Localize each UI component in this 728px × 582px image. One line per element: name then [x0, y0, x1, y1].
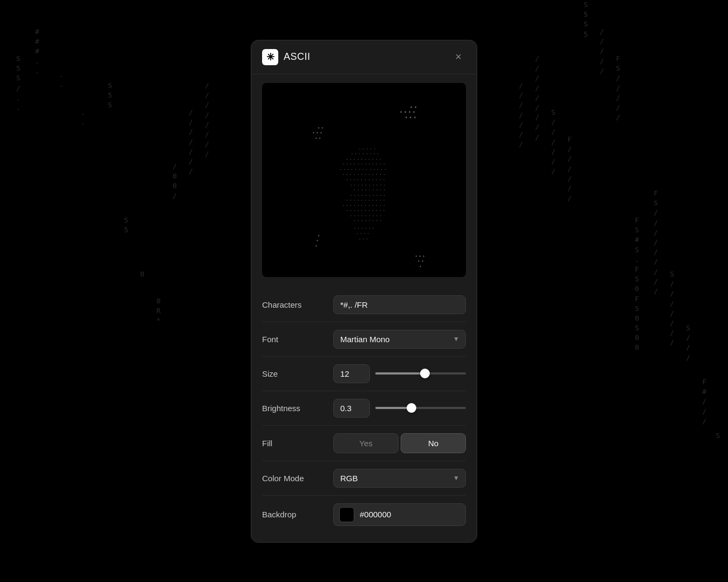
backdrop-color-row[interactable]: #000000 — [333, 503, 466, 526]
svg-text:. . . . . . . . . . . .: . . . . . . . . . . . . — [342, 162, 385, 165]
size-slider-group: 12 — [333, 364, 466, 383]
svg-text:+ + + +: + + + + — [400, 110, 415, 114]
ascii-canvas: + + + + + + + + + + + + + + + + . . . . … — [262, 83, 466, 277]
svg-text:+: + — [315, 244, 318, 247]
font-label: Font — [262, 335, 327, 344]
svg-text:+ +: + + — [418, 259, 424, 262]
svg-text:+ + +: + + + — [405, 115, 416, 119]
svg-text:. . . . . . . .: . . . . . . . . — [354, 218, 382, 221]
svg-text:+ +: + + — [318, 126, 324, 129]
svg-text:. . . . .: . . . . . — [359, 146, 375, 149]
svg-text:. . . . . . . . . . .: . . . . . . . . . . . — [346, 177, 385, 181]
font-row: Font Martian Mono Courier New Monospace … — [262, 324, 466, 354]
divider-6 — [262, 495, 466, 496]
size-row: Size 12 — [262, 359, 466, 389]
brightness-slider-group: 0.3 — [333, 399, 466, 418]
svg-text:. . . . . . . . .: . . . . . . . . . — [350, 213, 381, 216]
svg-text:. . . . . . . . . . . .: . . . . . . . . . . . . — [342, 172, 385, 175]
color-mode-row: Color Mode RGB Grayscale Monochrome ▼ — [262, 463, 466, 493]
svg-text:. . . . . . . . . . .: . . . . . . . . . . . — [346, 198, 385, 201]
size-slider-thumb[interactable] — [420, 369, 430, 378]
fill-row: Fill Yes No — [262, 428, 466, 459]
fill-no-button[interactable]: No — [401, 433, 466, 453]
fill-label: Fill — [262, 439, 327, 448]
divider-2 — [262, 356, 466, 357]
svg-text:+ + +: + + + — [415, 254, 425, 257]
size-slider-track[interactable] — [375, 372, 466, 375]
svg-text:. . . . . . . . .: . . . . . . . . . — [354, 188, 385, 191]
characters-input[interactable] — [333, 295, 466, 314]
preview-area: + + + + + + + + + + + + + + + + . . . . … — [262, 83, 466, 277]
svg-text:+: + — [420, 264, 422, 267]
divider-4 — [262, 425, 466, 426]
backdrop-color-text: #000000 — [360, 510, 391, 519]
close-button[interactable]: × — [451, 50, 466, 65]
svg-text:+: + — [318, 233, 320, 237]
characters-row: Characters — [262, 290, 466, 320]
divider-5 — [262, 461, 466, 461]
svg-text:+  +: + + — [410, 105, 417, 109]
header-left: ✳ ASCII — [262, 49, 311, 65]
svg-text:. . . . . . . . . . .: . . . . . . . . . . . — [346, 208, 385, 211]
ascii-modal: ✳ ASCII × + + + + + + + + + + + + + + + … — [251, 40, 477, 543]
svg-text:. . .: . . . — [359, 236, 368, 239]
size-label: Size — [262, 369, 327, 378]
characters-label: Characters — [262, 300, 327, 309]
asterisk-icon: ✳ — [262, 49, 278, 65]
fill-yes-button[interactable]: Yes — [333, 433, 399, 453]
svg-text:. . . . . . . . . .: . . . . . . . . . . — [350, 192, 385, 196]
color-mode-select[interactable]: RGB Grayscale Monochrome — [333, 469, 466, 488]
svg-text:. . . . . . . . . . . . .: . . . . . . . . . . . . . — [340, 167, 386, 170]
backdrop-row: Backdrop #000000 — [262, 498, 466, 531]
divider-3 — [262, 391, 466, 391]
modal-header: ✳ ASCII × — [251, 40, 477, 74]
backdrop-color-swatch — [339, 507, 354, 522]
color-mode-dropdown-wrapper: RGB Grayscale Monochrome ▼ — [333, 469, 466, 488]
svg-text:+ +: + + — [315, 136, 321, 139]
svg-text:. . . . . .: . . . . . . — [354, 226, 374, 229]
brightness-label: Brightness — [262, 404, 327, 413]
brightness-slider-track[interactable] — [375, 407, 466, 409]
svg-text:. . . . . . . . . . . .: . . . . . . . . . . . . — [342, 203, 385, 206]
modal-title: ASCII — [284, 51, 311, 63]
brightness-row: Brightness 0.3 — [262, 393, 466, 423]
brightness-slider-thumb[interactable] — [407, 403, 416, 413]
svg-text:. . . . . . . . . .: . . . . . . . . . . — [346, 156, 381, 160]
size-slider-fill — [375, 372, 425, 375]
color-mode-label: Color Mode — [262, 474, 327, 483]
svg-text:+ + +: + + + — [313, 131, 322, 134]
size-value: 12 — [333, 364, 370, 383]
brightness-value: 0.3 — [333, 399, 370, 418]
controls-section: Characters Font Martian Mono Courier New… — [251, 286, 477, 542]
font-dropdown-wrapper: Martian Mono Courier New Monospace Conso… — [333, 330, 466, 349]
svg-text:+: + — [316, 239, 318, 242]
divider-1 — [262, 322, 466, 322]
backdrop-label: Backdrop — [262, 510, 327, 519]
svg-text:. . . .: . . . . — [356, 231, 369, 234]
brightness-slider-fill — [375, 407, 411, 409]
svg-text:. . . . . . . . . .: . . . . . . . . . . — [350, 182, 385, 185]
svg-text:. . . . . . . .: . . . . . . . . — [351, 151, 379, 155]
font-select[interactable]: Martian Mono Courier New Monospace Conso… — [333, 330, 466, 349]
fill-toggle-group: Yes No — [333, 433, 466, 453]
